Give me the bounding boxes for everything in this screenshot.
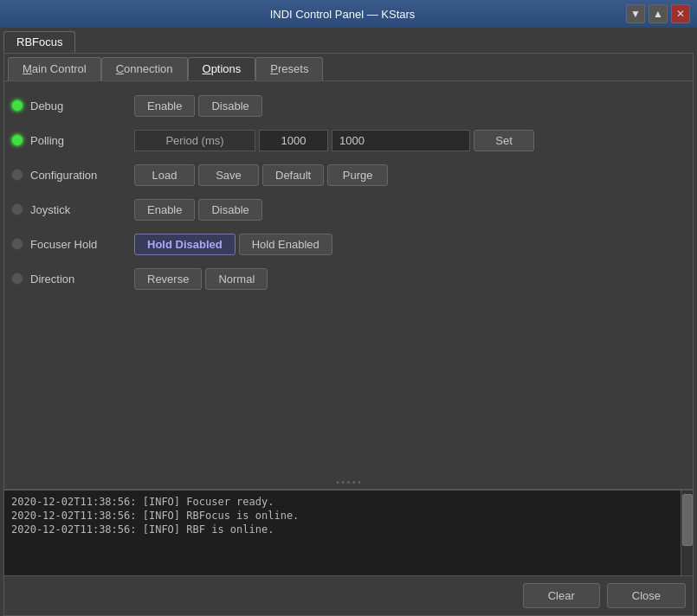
title-bar: INDI Control Panel — KStars ▼ ▲ ✕ (0, 0, 697, 28)
polling-period-value[interactable] (332, 130, 470, 151)
direction-reverse-button[interactable]: Reverse (134, 268, 202, 290)
configuration-label: Configuration (30, 169, 134, 182)
polling-indicator (11, 134, 23, 146)
joystick-indicator (11, 203, 23, 215)
configuration-row: Configuration Load Save Default Purge (11, 161, 686, 189)
log-scrollbar[interactable] (681, 491, 693, 575)
joystick-disable-button[interactable]: Disable (198, 199, 261, 221)
config-purge-button[interactable]: Purge (327, 164, 388, 186)
device-tab-rbfocus[interactable]: RBFocus (3, 31, 75, 53)
hold-disabled-button[interactable]: Hold Disabled (134, 234, 236, 255)
bottom-bar: Clear Close (4, 575, 693, 615)
polling-period-input[interactable] (259, 130, 328, 151)
direction-row: Direction Reverse Normal (11, 265, 686, 292)
focuser-hold-label: Focuser Hold (30, 238, 134, 251)
log-line-3: 2020-12-02T11:38:56: [INFO] RBF is onlin… (11, 523, 686, 536)
tab-connection[interactable]: Connection (101, 57, 188, 80)
joystick-label: Joystick (30, 203, 134, 216)
config-default-button[interactable]: Default (262, 164, 324, 186)
log-area: 2020-12-02T11:38:56: [INFO] Focuser read… (4, 489, 693, 575)
minimize-button[interactable]: ▼ (626, 4, 645, 23)
debug-label: Debug (30, 99, 134, 112)
debug-enable-button[interactable]: Enable (134, 95, 195, 117)
focuser-hold-buttons: Hold Disabled Hold Enabled (134, 234, 332, 255)
log-scrollbar-thumb[interactable] (682, 494, 693, 546)
close-panel-button[interactable]: Close (607, 583, 686, 608)
debug-buttons: Enable Disable (134, 95, 262, 117)
focuser-hold-row: Focuser Hold Hold Disabled Hold Enabled (11, 230, 686, 258)
tab-presets[interactable]: Presets (255, 57, 323, 80)
content-area: Debug Enable Disable Polling Period (ms)… (4, 81, 693, 476)
joystick-enable-button[interactable]: Enable (134, 199, 195, 221)
configuration-buttons: Load Save Default Purge (134, 164, 388, 186)
drag-handle[interactable]: • • • • • (4, 476, 693, 489)
log-line-2: 2020-12-02T11:38:56: [INFO] RBFocus is o… (11, 510, 686, 522)
polling-row: Polling Period (ms) Set (11, 126, 686, 154)
maximize-button[interactable]: ▲ (649, 4, 668, 23)
config-load-button[interactable]: Load (134, 164, 195, 186)
clear-button[interactable]: Clear (523, 583, 600, 608)
window-controls: ▼ ▲ ✕ (626, 4, 690, 23)
tabs-row: Main Control Connection Options Presets (4, 54, 693, 81)
log-line-1: 2020-12-02T11:38:56: [INFO] Focuser read… (11, 496, 686, 508)
polling-label: Polling (30, 134, 134, 147)
period-label: Period (ms) (134, 130, 255, 151)
debug-indicator (11, 99, 23, 112)
focuser-hold-indicator (11, 238, 23, 250)
direction-label: Direction (30, 273, 134, 286)
joystick-row: Joystick Enable Disable (11, 196, 686, 223)
debug-row: Debug Enable Disable (11, 92, 686, 119)
config-save-button[interactable]: Save (198, 164, 259, 186)
joystick-buttons: Enable Disable (134, 199, 262, 221)
hold-enabled-button[interactable]: Hold Enabled (239, 234, 332, 255)
tab-main-control[interactable]: Main Control (8, 57, 101, 80)
configuration-indicator (11, 169, 23, 181)
close-button[interactable]: ✕ (671, 4, 690, 23)
device-tabs: RBFocus (0, 28, 697, 53)
panel-area: Main Control Connection Options Presets … (3, 53, 694, 616)
tab-options[interactable]: Options (188, 57, 256, 80)
direction-buttons: Reverse Normal (134, 268, 268, 290)
direction-indicator (11, 273, 23, 285)
main-window: RBFocus Main Control Connection Options … (0, 28, 697, 616)
window-title: INDI Control Panel — KStars (59, 8, 626, 21)
debug-disable-button[interactable]: Disable (198, 95, 261, 117)
polling-set-button[interactable]: Set (474, 130, 534, 151)
direction-normal-button[interactable]: Normal (205, 268, 268, 290)
polling-controls: Period (ms) Set (134, 130, 534, 151)
